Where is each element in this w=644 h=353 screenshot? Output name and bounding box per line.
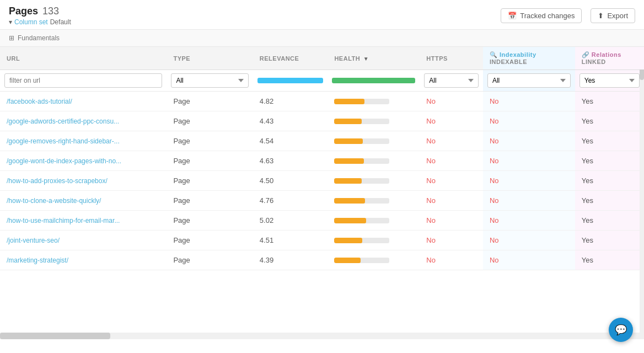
- page-count: 133: [42, 6, 59, 17]
- url-text: /google-adwords-certified-ppc-consu...: [7, 117, 119, 125]
- vertical-scrollbar[interactable]: [640, 47, 644, 339]
- layers-icon: ⊞: [9, 34, 14, 42]
- col-header-https: HTTPS: [420, 47, 483, 70]
- relations-label: Relations: [592, 51, 621, 58]
- https-cell: No: [420, 231, 483, 250]
- relevance-cell: 4.39: [253, 250, 328, 270]
- https-value: No: [426, 256, 436, 264]
- type-cell: Page: [167, 131, 253, 151]
- https-cell: No: [420, 111, 483, 131]
- url-cell[interactable]: /joint-venture-seo/: [0, 231, 167, 250]
- url-cell[interactable]: /google-removes-right-hand-sidebar-...: [0, 131, 167, 151]
- sort-icon: ▼: [363, 56, 369, 62]
- column-set-row: ▾ Column set Default: [9, 18, 71, 26]
- https-cell: No: [420, 151, 483, 171]
- https-cell: No: [420, 171, 483, 191]
- title-text: Pages: [9, 6, 38, 17]
- https-value: No: [426, 176, 436, 185]
- linked-cell: Yes: [575, 171, 644, 191]
- linked-filter-select[interactable]: Yes No All: [579, 73, 640, 88]
- linked-cell: Yes: [575, 191, 644, 211]
- url-text: /google-wont-de-index-pages-with-no...: [7, 157, 121, 165]
- linked-cell: Yes: [575, 92, 644, 111]
- url-cell[interactable]: /marketing-strategist/: [0, 250, 167, 270]
- horizontal-scrollbar[interactable]: [0, 333, 644, 339]
- health-cell: [328, 111, 420, 131]
- col-header-health[interactable]: HEALTH ▼: [328, 47, 420, 70]
- horizontal-thumb[interactable]: [0, 333, 110, 339]
- relevance-cell: 4.76: [253, 191, 328, 211]
- url-cell[interactable]: /facebook-ads-tutorial/: [0, 92, 167, 111]
- type-cell: Page: [167, 231, 253, 250]
- indexability-label: Indexability: [500, 51, 536, 58]
- health-bar-fill: [334, 218, 366, 223]
- health-bar: [334, 238, 389, 243]
- top-bar: Pages 133 ▾ Column set Default 📅 Tracked…: [0, 0, 644, 30]
- indexable-value: No: [490, 216, 499, 224]
- linked-cell: Yes: [575, 231, 644, 250]
- health-bar-fill: [334, 198, 365, 204]
- https-value: No: [426, 157, 436, 165]
- linked-value: Yes: [582, 157, 593, 165]
- indexable-cell: No: [483, 92, 575, 111]
- https-cell: No: [420, 131, 483, 151]
- health-cell: [328, 250, 420, 270]
- table-wrapper[interactable]: URL TYPE RELEVANCE HEALTH ▼ HTTPS 🔍 In: [0, 47, 644, 339]
- column-header-row: URL TYPE RELEVANCE HEALTH ▼ HTTPS 🔍 In: [0, 47, 644, 70]
- table-row: /google-wont-de-index-pages-with-no... P…: [0, 151, 644, 171]
- https-filter-select[interactable]: All Yes No: [424, 73, 479, 88]
- https-filter-cell: All Yes No: [420, 70, 483, 92]
- type-cell: Page: [167, 250, 253, 270]
- indexable-value: No: [490, 256, 499, 264]
- url-cell[interactable]: /google-wont-de-index-pages-with-no...: [0, 151, 167, 171]
- column-set-label[interactable]: Column set: [14, 18, 48, 26]
- url-cell[interactable]: /how-to-add-proxies-to-scrapebox/: [0, 171, 167, 191]
- url-text: /how-to-use-mailchimp-for-email-mar...: [7, 217, 120, 224]
- health-bar: [334, 138, 389, 144]
- export-button[interactable]: ⬆ Export: [591, 8, 635, 23]
- table-row: /marketing-strategist/ Page 4.39 No No Y…: [0, 250, 644, 270]
- health-bar: [334, 158, 389, 164]
- url-cell[interactable]: /google-adwords-certified-ppc-consu...: [0, 111, 167, 131]
- linked-value: Yes: [582, 137, 593, 145]
- https-cell: No: [420, 250, 483, 270]
- table-row: /joint-venture-seo/ Page 4.51 No No Yes: [0, 231, 644, 250]
- tracked-changes-button[interactable]: 📅 Tracked changes: [501, 8, 582, 23]
- table-row: /how-to-use-mailchimp-for-email-mar... P…: [0, 211, 644, 231]
- indexable-cell: No: [483, 131, 575, 151]
- type-filter-select[interactable]: All Page Image Script: [171, 73, 248, 88]
- relevance-cell: 4.82: [253, 92, 328, 111]
- https-value: No: [426, 216, 436, 224]
- relevance-filter-bar: [257, 78, 324, 83]
- health-cell: [328, 131, 420, 151]
- chat-button[interactable]: 💬: [609, 318, 633, 342]
- table-row: /how-to-clone-a-website-quickly/ Page 4.…: [0, 191, 644, 211]
- url-filter-input[interactable]: [4, 73, 162, 88]
- url-text: /how-to-clone-a-website-quickly/: [7, 197, 101, 205]
- linked-value: Yes: [582, 176, 593, 185]
- relevance-cell: 4.54: [253, 131, 328, 151]
- url-cell[interactable]: /how-to-clone-a-website-quickly/: [0, 191, 167, 211]
- health-bar-fill: [334, 178, 362, 184]
- top-right: 📅 Tracked changes ⬆ Export: [501, 8, 635, 23]
- health-bar: [334, 218, 389, 223]
- url-cell[interactable]: /how-to-use-mailchimp-for-email-mar...: [0, 211, 167, 231]
- indexable-cell: No: [483, 111, 575, 131]
- https-value: No: [426, 97, 436, 105]
- linked-filter-cell: Yes No All: [575, 70, 644, 92]
- relevance-cell: 5.02: [253, 211, 328, 231]
- type-cell: Page: [167, 92, 253, 111]
- relevance-filter-cell: [253, 70, 328, 92]
- indexable-value: No: [490, 176, 499, 185]
- relevance-cell: 4.50: [253, 171, 328, 191]
- health-cell: [328, 151, 420, 171]
- health-cell: [328, 191, 420, 211]
- url-text: /google-removes-right-hand-sidebar-...: [7, 137, 120, 145]
- health-bar-fill: [334, 238, 362, 243]
- health-bar-fill: [334, 258, 361, 263]
- health-bar-fill: [334, 158, 364, 164]
- type-cell: Page: [167, 111, 253, 131]
- health-cell: [328, 211, 420, 231]
- indexable-filter-select[interactable]: All Yes No: [487, 73, 571, 88]
- health-bar-fill: [334, 119, 362, 124]
